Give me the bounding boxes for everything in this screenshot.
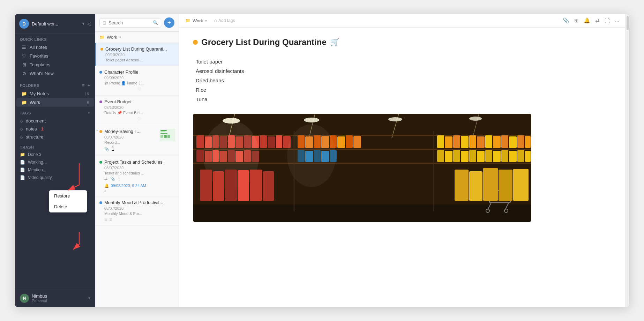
search-bar[interactable]: ⊟ 🔍 [99, 18, 161, 28]
share-toolbar-icon[interactable]: ⇄ [595, 17, 600, 24]
sidebar-item-work[interactable]: 📁 Work 6 [16, 98, 94, 107]
workspace-header[interactable]: D Default wor... ▾ ◁ [15, 14, 95, 34]
user-profile[interactable]: N Nimbus Personal ▾ [15, 289, 95, 307]
note-item-moneysaving[interactable]: ··· Money-Saving T... 08/07/2020 Record.… [95, 125, 179, 156]
note-item-character[interactable]: Character Profile 09/09/2020 @ Profile 👤… [95, 66, 179, 96]
add-tags-button[interactable]: ◇ Add tags [214, 18, 235, 23]
tag-icon: ◇ [20, 127, 23, 132]
tags-add-icon[interactable]: + [88, 110, 90, 115]
collapse-icon[interactable]: ◁ [87, 21, 91, 27]
context-menu-delete[interactable]: Delete [49, 201, 87, 212]
svg-rect-89 [499, 170, 512, 201]
trash-item-mention[interactable]: 📄 Mention... [15, 166, 95, 174]
templates-label: Templates [30, 62, 50, 67]
sidebar-item-whatsnew[interactable]: ⊙ What's New [16, 69, 94, 78]
svg-rect-43 [469, 135, 476, 148]
annotation-1: 1 [41, 126, 44, 132]
breadcrumb-name: Work [193, 18, 203, 23]
grocery-item: Tuna [196, 95, 612, 104]
svg-rect-83 [381, 184, 388, 201]
rows-icon: ⊟ [104, 217, 107, 222]
svg-rect-70 [485, 150, 492, 162]
note-item-grocery[interactable]: Grocery List During Quaranti... 09/10/20… [95, 43, 179, 66]
tag-item-structure[interactable]: ◇ structure [15, 133, 95, 141]
svg-rect-19 [196, 135, 204, 148]
scrollbar[interactable] [626, 14, 629, 307]
sidebar-item-favorites[interactable]: ♡ Favorites [16, 52, 94, 60]
sidebar-item-allnotes[interactable]: ☰ All notes [16, 43, 94, 52]
scrollbar-thumb[interactable] [627, 16, 629, 30]
svg-rect-90 [513, 169, 529, 201]
tag-item-document[interactable]: ◇ document [15, 117, 95, 125]
work-folder-icon: 📁 [21, 100, 27, 105]
more-toolbar-icon[interactable]: ··· [615, 18, 619, 24]
main-content: 📁 Work ▾ ◇ Add tags 📎 ⊞ 🔔 ⇄ ⛶ ··· Grocer… [179, 14, 626, 307]
svg-rect-95 [250, 170, 262, 201]
note-item-projecttasks[interactable]: Project Tasks and Schedules 08/07/2020 T… [95, 156, 179, 196]
tags-label: Tags + [15, 110, 95, 117]
note-dot [99, 161, 102, 164]
note-title: Grocery List During Quaranti... [105, 46, 174, 52]
attachment-count: 1 [118, 177, 120, 181]
search-input[interactable] [108, 20, 151, 25]
work-label: Work [30, 100, 40, 105]
svg-rect-41 [453, 135, 460, 148]
context-menu-restore[interactable]: Restore [49, 191, 87, 201]
workspace-chevron-icon: ▾ [82, 22, 84, 26]
user-info: Nimbus Personal [32, 293, 47, 303]
annotation-2: 2 [99, 189, 174, 193]
tag-label: notes [26, 126, 37, 132]
note-title: Character Profile [104, 69, 174, 75]
note-dot [99, 130, 102, 133]
user-name: Nimbus [32, 293, 47, 299]
main-toolbar: 📁 Work ▾ ◇ Add tags 📎 ⊞ 🔔 ⇄ ⛶ ··· [179, 14, 626, 28]
sidebar-item-mynotes[interactable]: 📁 My Notes 16 [16, 89, 94, 98]
work-count: 6 [87, 100, 89, 105]
note-more-icon[interactable]: ··· [95, 128, 98, 133]
trash-item-videoquality[interactable]: 📄 Video quality [15, 174, 95, 181]
main-note-title-text: Grocery List During Quarantine [201, 37, 327, 47]
whatsnew-icon: ⊙ [21, 71, 27, 76]
svg-rect-88 [483, 168, 498, 201]
folders-add-icon[interactable]: + [88, 83, 90, 88]
bell-toolbar-icon[interactable]: 🔔 [584, 17, 590, 24]
user-avatar: N [20, 294, 29, 303]
svg-rect-68 [469, 150, 476, 162]
trash-item-working[interactable]: 📄 Working... [15, 158, 95, 166]
svg-rect-96 [263, 171, 274, 201]
folders-label: Folders ≡ + [15, 83, 95, 89]
svg-rect-36 [337, 136, 345, 148]
sidebar-item-templates[interactable]: ⊞ Templates [16, 60, 94, 69]
attachment-toolbar-icon[interactable]: 📎 [563, 17, 569, 24]
trash-item-label: Mention... [28, 167, 46, 172]
svg-rect-47 [501, 135, 508, 148]
note-preview: Toilet paper Aerosol ... [100, 58, 174, 62]
note-item-monthlymood[interactable]: Monthly Mood & Productivit... 08/07/2020… [95, 196, 179, 225]
folders-section: Folders ≡ + 📁 My Notes 16 📁 Work 6 [15, 79, 95, 108]
trash-item-done[interactable]: 📁 Done 3 [15, 151, 95, 158]
tag-item-notes[interactable]: ◇ notes 1 [15, 125, 95, 133]
svg-rect-51 [196, 150, 204, 162]
folders-sort-icon[interactable]: ≡ [82, 83, 85, 88]
filter-icon[interactable]: ⊟ [103, 20, 106, 25]
note-alert-date: 09/02/2020, 9:24 AM [111, 184, 146, 188]
workspace-name: Default wor... [32, 21, 80, 27]
note-dot [100, 48, 103, 51]
grid-toolbar-icon[interactable]: ⊞ [574, 17, 579, 24]
note-item-event[interactable]: Event Budget 08/13/2020 Details 📌 Event … [95, 96, 179, 125]
note-preview: Details 📌 Event Birt... [99, 111, 174, 115]
svg-rect-48 [509, 136, 517, 148]
main-editor: Grocery List During Quarantine 🛒 Toilet … [179, 28, 626, 307]
mynotes-folder-icon: 📁 [21, 91, 27, 96]
breadcrumb: 📁 Work ▾ [185, 18, 207, 23]
note-date: 08/13/2020 [99, 105, 174, 110]
expand-toolbar-icon[interactable]: ⛶ [605, 18, 610, 24]
mynotes-count: 16 [85, 92, 89, 96]
svg-rect-92 [213, 171, 224, 201]
tags-section: Tags + ◇ document ◇ notes 1 ◇ structure [15, 108, 95, 143]
templates-icon: ⊞ [21, 62, 27, 67]
add-note-button[interactable]: + [164, 17, 174, 28]
add-tags-label: Add tags [218, 18, 235, 23]
mynotes-label: My Notes [30, 91, 49, 96]
folder-name: Work [107, 35, 117, 40]
